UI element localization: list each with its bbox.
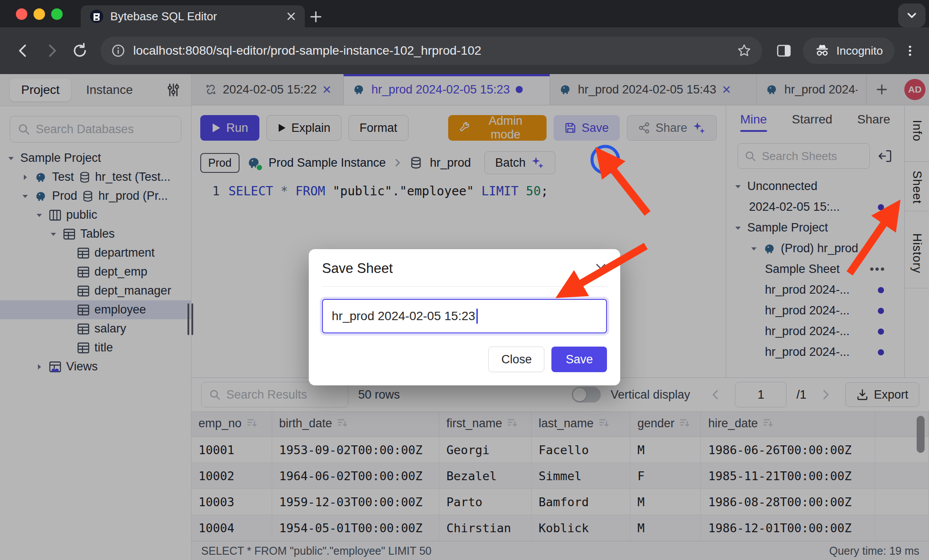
browser-navbar: localhost:8080/sql-editor/prod-sample-in…	[0, 27, 929, 74]
forward-button[interactable]	[39, 38, 64, 63]
tab-search-button[interactable]	[898, 4, 925, 27]
macos-traffic-lights[interactable]	[16, 8, 63, 20]
url-bar[interactable]: localhost:8080/sql-editor/prod-sample-in…	[101, 37, 762, 65]
url-text[interactable]: localhost:8080/sql-editor/prod-sample-in…	[133, 44, 729, 58]
text-cursor	[476, 309, 478, 324]
incognito-icon	[814, 43, 830, 59]
minimize-window-icon[interactable]	[34, 8, 45, 20]
incognito-badge: Incognito	[803, 37, 895, 64]
browser-menu-button[interactable]	[897, 38, 923, 63]
bookmark-star-icon[interactable]	[737, 43, 752, 58]
incognito-label: Incognito	[836, 44, 883, 58]
dialog-close-button[interactable]: Close	[488, 347, 544, 372]
bytebase-favicon-icon	[90, 9, 104, 23]
sheet-name-input[interactable]: hr_prod 2024-02-05 15:23	[322, 299, 607, 333]
dialog-title: Save Sheet	[322, 261, 393, 276]
save-sheet-dialog: Save Sheet hr_prod 2024-02-05 15:23 Clos…	[309, 249, 620, 385]
dialog-divider	[322, 286, 607, 287]
browser-titlebar: Bytebase SQL Editor	[0, 0, 929, 27]
dialog-save-button[interactable]: Save	[551, 347, 607, 372]
site-info-icon[interactable]	[111, 44, 125, 58]
back-button[interactable]	[11, 38, 36, 63]
dialog-close-icon[interactable]	[595, 262, 607, 275]
maximize-window-icon[interactable]	[51, 8, 63, 20]
side-panel-button[interactable]	[771, 38, 797, 63]
refresh-button[interactable]	[67, 38, 93, 63]
browser-tab-title: Bytebase SQL Editor	[110, 10, 280, 23]
tab-close-icon[interactable]	[286, 11, 296, 21]
new-tab-button[interactable]	[305, 6, 326, 27]
close-window-icon[interactable]	[16, 8, 27, 20]
browser-tab[interactable]: Bytebase SQL Editor	[81, 5, 305, 27]
